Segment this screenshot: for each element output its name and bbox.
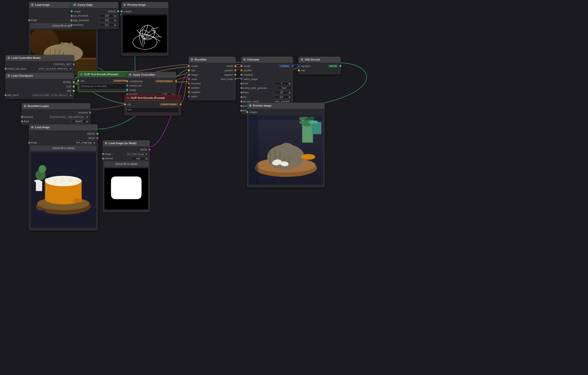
label-ckpt-name: ckpt_name: [7, 94, 30, 96]
port-brushnet-latent-in[interactable]: [188, 95, 190, 97]
label-sampler-name: sampler_name: [243, 100, 273, 103]
port-controlnet-name[interactable]: [5, 68, 7, 70]
value-seed[interactable]: 0: [274, 82, 289, 85]
value-control-after[interactable]: fixed: [277, 86, 291, 90]
port-steps[interactable]: [241, 91, 242, 93]
port-brushnet-brushnet-in[interactable]: [188, 82, 190, 84]
btn-lim-image[interactable]: ▶: [146, 153, 148, 155]
port-denoise[interactable]: [241, 110, 242, 111]
port-vd-image-out[interactable]: [340, 65, 342, 67]
value-high-thresh[interactable]: 200: [100, 19, 114, 22]
port-image-in[interactable]: [28, 19, 30, 21]
title-brushnet-loader: BrushNet Loader: [28, 105, 49, 108]
port-row-preview2-images: images: [247, 110, 324, 114]
port-row-brushnet-model: model model: [189, 64, 235, 68]
btn-high-thresh[interactable]: ▶: [114, 19, 117, 22]
port-brushnet-loader-out[interactable]: [89, 111, 91, 113]
port-resolution[interactable]: [71, 24, 73, 26]
badge-conditioning-cn: CONDITIONING: [155, 80, 174, 83]
port-brushnet-file[interactable]: [21, 116, 23, 118]
value-lim-channel[interactable]: red: [131, 157, 146, 160]
port-clip-in-1[interactable]: [77, 80, 79, 82]
port-ks-positive-in[interactable]: [241, 69, 242, 71]
port-cn-image-in[interactable]: [126, 89, 128, 91]
port-high-thresh[interactable]: [71, 20, 73, 21]
port-control-after[interactable]: [241, 87, 242, 89]
port-ks-latent-in[interactable]: [241, 78, 242, 80]
port-conditioning-out-2[interactable]: [180, 103, 182, 105]
port-low-thresh[interactable]: [71, 15, 73, 17]
port-brushnet-mask-in[interactable]: [188, 78, 190, 80]
badge-latent: LATENT: [279, 65, 290, 68]
btn-lim-channel[interactable]: ▶: [146, 157, 148, 160]
port-mask-out-lim[interactable]: [148, 149, 150, 151]
port-controlnet-out[interactable]: [73, 63, 75, 65]
port-label-brushnet-negative-out: negative: [224, 73, 233, 76]
btn-controlnet-name[interactable]: ▶: [70, 68, 72, 70]
port-brushnet-negative-out[interactable]: [234, 74, 236, 76]
btn-steps[interactable]: ▶: [289, 91, 291, 94]
port-brushnet-image-in[interactable]: [188, 74, 190, 76]
port-clip-out[interactable]: [73, 86, 75, 88]
port-seed[interactable]: [241, 83, 242, 85]
port-ks-negative-in[interactable]: [241, 74, 242, 76]
btn-seed[interactable]: ▶: [289, 82, 291, 85]
port-images-in[interactable]: [121, 10, 123, 12]
port-brushnet-latent-out[interactable]: [234, 78, 236, 80]
port-dtype[interactable]: [21, 121, 23, 122]
port-cn-conditioning-in[interactable]: [126, 80, 128, 82]
value-brushnet-file[interactable]: brushnet/random_mask.safetensors: [48, 115, 86, 119]
value-controlnet-name[interactable]: control_canny-fp16.safetensors: [36, 67, 70, 70]
port-image-out-canny[interactable]: [117, 10, 119, 12]
port-image-in-canny[interactable]: [71, 10, 73, 12]
port-cfg[interactable]: [241, 96, 242, 98]
port-cn-net-in[interactable]: [126, 85, 128, 87]
port-li2-image-in[interactable]: [28, 142, 30, 144]
port-li2-image-out[interactable]: [96, 133, 98, 135]
value-resolution[interactable]: 512: [100, 23, 114, 27]
port-brushnet-negative-in[interactable]: [188, 91, 190, 93]
btn-li2-image[interactable]: ▶: [93, 142, 96, 144]
port-brushnet-positive-in[interactable]: [188, 87, 190, 89]
value-lim-image[interactable]: test_mask (4).jpg: [126, 152, 146, 156]
btn-brushnet-file[interactable]: ▶: [86, 116, 89, 118]
btn-dtype[interactable]: ▶: [86, 120, 89, 123]
port-brushnet-vae-in[interactable]: [188, 69, 190, 71]
port-li2-mask-out[interactable]: [96, 137, 98, 139]
dot-brushnet: [191, 58, 193, 61]
value-cfg[interactable]: 6.0: [274, 95, 289, 99]
port-brushnet-model-out[interactable]: [234, 65, 236, 67]
row-seed: seed 0 ▶: [242, 81, 293, 86]
port-vd-vae-in[interactable]: [298, 69, 300, 71]
text-prompt-2[interactable]: text: [126, 107, 179, 113]
port-vae-out[interactable]: [73, 90, 75, 92]
port-brushnet-model-in[interactable]: [188, 65, 190, 67]
port-ks-model-in[interactable]: [241, 65, 242, 67]
btn-choose-file-2[interactable]: choose file to upload: [31, 146, 96, 150]
port-ckpt-name[interactable]: [5, 94, 7, 96]
port-lim-channel[interactable]: [102, 158, 104, 160]
port-preview2-images-in[interactable]: [246, 111, 248, 113]
btn-resolution[interactable]: ▶: [114, 24, 117, 26]
port-clip-in-2[interactable]: [124, 103, 126, 105]
value-dtype[interactable]: float16: [72, 120, 86, 123]
port-brushnet-positive-out[interactable]: [234, 69, 236, 71]
port-vd-samples-in[interactable]: [298, 65, 300, 67]
value-low-thresh[interactable]: 100: [100, 14, 114, 18]
value-steps[interactable]: 20: [274, 91, 289, 94]
port-cn-conditioning-out[interactable]: [175, 80, 177, 82]
port-label-brushnet-image: image: [191, 73, 198, 76]
node-header-apply-cn: Apply ControlNet: [127, 72, 176, 78]
value-li2-image[interactable]: test_image.jpg: [74, 141, 93, 144]
btn-ckpt-name[interactable]: ▶: [70, 94, 72, 96]
text-prompt-1[interactable]: sleeping cat on the table: [80, 84, 132, 89]
value-ckpt-name[interactable]: realisticVisionV60B1_v51VAE.safetensors: [30, 93, 70, 97]
btn-choose-file-mask[interactable]: choose file to upload: [105, 162, 148, 166]
port-ks-latent-out[interactable]: [292, 65, 294, 67]
port-model-out[interactable]: [73, 81, 75, 83]
btn-cfg[interactable]: ▶: [289, 96, 291, 98]
port-scheduler[interactable]: [241, 105, 242, 107]
btn-low-thresh[interactable]: ▶: [114, 15, 117, 17]
port-sampler-name[interactable]: [241, 101, 242, 102]
port-lim-image[interactable]: [102, 153, 104, 155]
